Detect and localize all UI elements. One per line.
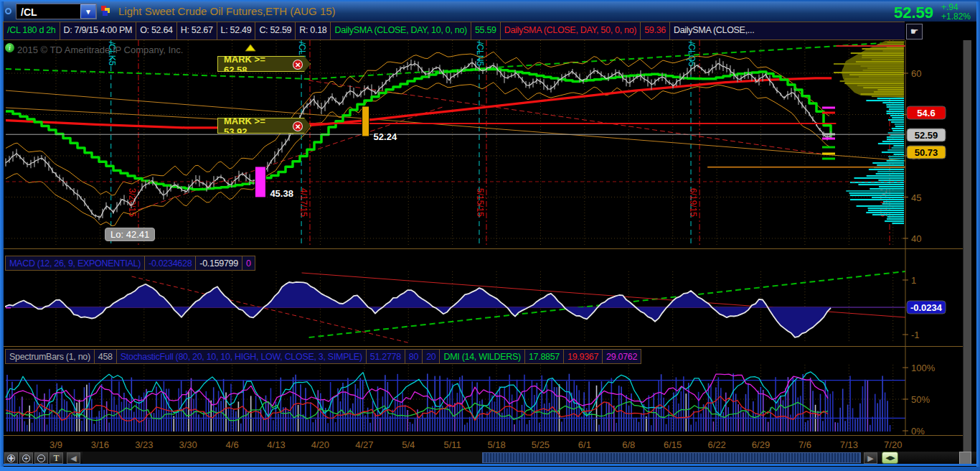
svg-text:6/15: 6/15 [664,439,682,450]
chevron-down-icon[interactable]: ▼ [80,4,96,19]
sma10-value: 55.59 [471,22,501,40]
dmi-label[interactable]: DMI (14, WILDERS) [439,349,524,364]
corner-resize-box[interactable] [959,452,971,465]
svg-text:100%: 100% [911,363,936,373]
bar-close: C: 52.59 [255,22,296,40]
macd-header: MACD (12, 26, 9, EXPONENTIAL) -0.0234628… [6,256,255,271]
adx-value: 29.0762 [602,349,641,364]
svg-text:0%: 0% [911,426,925,437]
svg-text:6/29: 6/29 [752,439,770,450]
svg-text:3/16: 3/16 [91,439,109,450]
svg-text:3/30: 3/30 [179,439,197,450]
scroll-right-button[interactable]: ▶ [864,452,877,464]
alert-tag-62[interactable]: MARK >= 62.58 ✕ [217,56,311,72]
last-price: 52.59 [894,4,933,22]
svg-text:5/4: 5/4 [402,439,415,450]
svg-text:-0.0234: -0.0234 [910,302,943,313]
macd-plot [6,271,905,343]
sma50-value: 59.36 [640,22,670,40]
macd-study-label[interactable]: MACD (12, 26, 9, EXPONENTIAL) [5,256,145,271]
svg-text:45: 45 [911,192,921,203]
zoom-out-icon: − [37,454,45,462]
zoom-in-button[interactable]: + [19,452,33,464]
svg-text:5/11: 5/11 [443,439,461,450]
dmi-plus-value: 17.8857 [524,349,564,364]
link-grid-icon[interactable] [101,6,112,17]
chart-canvas[interactable]: /CLK5/CLM5/CLN5/CLQ53/20/154/17/155/15/1… [4,40,976,467]
pan-tool-button[interactable]: ✚ [4,452,18,464]
price-change: +.94 +1.82% [941,3,971,22]
stochastic-value: 51.2778 [366,349,405,364]
symbol-input[interactable]: /CL [17,4,80,19]
svg-text:4/27: 4/27 [355,439,373,450]
dmi-minus-value: 19.9367 [563,349,603,364]
svg-text:/CLN5: /CLN5 [475,42,485,66]
thinkorswim-chart-window: /CL ▼ Light Sweet Crude Oil Futures,ETH … [0,0,980,471]
x-axis-labels: 3/93/163/233/304/64/134/204/275/45/115/1… [50,439,902,450]
zoom-out-button[interactable]: − [34,452,48,464]
bar-low: L: 52.49 [217,22,256,40]
svg-text:4/17/15: 4/17/15 [298,188,308,217]
bar-range: R: 0.18 [295,22,331,40]
macd-avg-value: -0.159799 [195,256,242,271]
right-splitter[interactable] [963,40,971,452]
macd-diff-value: 0 [242,256,255,271]
hand-tool-icon[interactable]: ☛ [906,24,923,39]
close-icon[interactable]: ✕ [293,60,303,70]
spectrumbars-value: 458 [94,349,117,364]
svg-text:7/20: 7/20 [884,439,902,450]
stoch-header: SpectrumBars (1, no) 458 StochasticFull … [6,349,641,364]
svg-text:5/15/15: 5/15/15 [475,188,485,217]
sma10-label[interactable]: DailySMA (CLOSE, DAY, 10, 0, no) [330,22,471,40]
svg-text:54.6: 54.6 [917,108,935,118]
time-axis-button[interactable]: ◀▮▶ [882,452,898,464]
sma50-label[interactable]: DailySMA (CLOSE, DAY, 50, 0, no) [500,22,641,40]
stochastic-label[interactable]: StochasticFull (80, 20, 10, 10, HIGH, LO… [116,349,367,364]
bar-datetime: D: 7/9/15 4:00 PM [60,22,137,40]
volume-profile [834,41,904,224]
price-levels [6,46,905,182]
svg-text:4/6: 4/6 [226,439,239,450]
svg-text:5/25: 5/25 [532,439,550,450]
svg-text:5/18: 5/18 [487,439,505,450]
alert-tag-53[interactable]: MARK >= 53.92 ✕ [217,118,311,134]
stochastic-ob: 80 [405,349,423,364]
svg-text:7/6: 7/6 [798,439,811,450]
pan-crosshair-icon: ✚ [7,454,15,462]
info-icon[interactable]: i [5,43,14,52]
change-pct: +1.82% [941,12,971,22]
bottom-toolbar: ✚ + − T ◀ ▶ ◀▮▶ [4,452,976,465]
svg-text:4/13: 4/13 [267,439,285,450]
svg-text:4/20: 4/20 [311,439,329,450]
svg-text:6/22: 6/22 [707,439,725,450]
svg-text:52.59: 52.59 [915,130,938,141]
svg-text:3/9: 3/9 [50,439,62,450]
gadget-dot-icon[interactable] [5,8,11,14]
window-border-bottom [0,467,980,471]
stochastic-os: 20 [422,349,440,364]
close-icon[interactable]: ✕ [293,121,303,131]
copyright-text: 2015 © TD Ameritrade IP Company, Inc. [17,45,183,55]
svg-text:6/1: 6/1 [578,439,591,450]
svg-text:-1: -1 [911,330,920,340]
titlebar: /CL ▼ Light Sweet Crude Oil Futures,ETH … [4,1,976,22]
instrument-title: Light Sweet Crude Oil Futures,ETH (AUG 1… [118,5,336,17]
svg-text:3/23: 3/23 [135,439,153,450]
y-axis-labels: 40455055601-1100%50%0% [903,68,936,437]
svg-text:40: 40 [911,233,921,244]
spectrumbars-label[interactable]: SpectrumBars (1, no) [5,349,95,364]
bottom-accent-line [4,464,976,466]
sma200-label[interactable]: DailySMA (CLOSE,... [669,22,905,40]
svg-text:6/19/15: 6/19/15 [688,188,698,217]
bar-open: O: 52.64 [136,22,177,40]
text-tool-button[interactable]: T [50,452,63,464]
macd-value: -0.0234628 [144,256,196,271]
scroll-left-button[interactable]: ◀ [67,452,80,464]
scrollbar-thumb[interactable] [482,452,861,463]
svg-text:45.38: 45.38 [270,188,293,199]
chart-info-row: /CL 180 d 2h D: 7/9/15 4:00 PM O: 52.64 … [4,22,976,40]
svg-text:6/8: 6/8 [622,439,635,450]
symbol-combo[interactable]: /CL ▼ [16,4,97,19]
symbol-timeframe[interactable]: /CL 180 d 2h [3,22,60,40]
link-blue-square [103,11,108,16]
